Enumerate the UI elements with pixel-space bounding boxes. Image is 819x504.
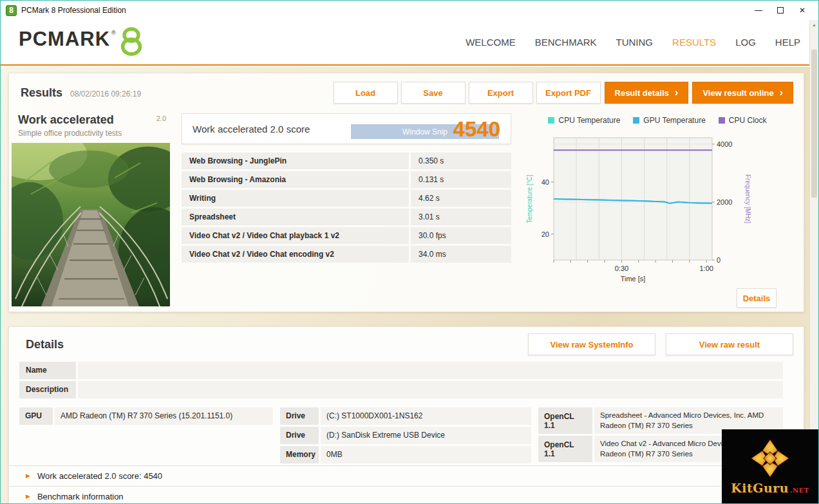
main-nav: WELCOME BENCHMARK TUNING RESULTS LOG HEL… <box>466 37 800 48</box>
test-version: 2.0 <box>156 115 166 122</box>
load-button[interactable]: Load <box>334 82 398 104</box>
app-icon: 8 <box>6 5 17 16</box>
export-button[interactable]: Export <box>469 82 533 104</box>
nav-results[interactable]: RESULTS <box>672 37 716 48</box>
legend-gpu-temperature: GPU Temperature <box>633 116 706 125</box>
drive-c-row: Drive (C:) ST1000DX001-1NS162 <box>280 407 531 425</box>
close-icon[interactable]: ✕ <box>791 2 813 19</box>
results-content: Work accelerated 2.0 Simple office produ… <box>9 109 804 306</box>
chart-legend: CPU Temperature GPU Temperature CPU Cloc… <box>520 116 795 125</box>
results-header: Results 08/02/2016 09:26:19 Load Save Ex… <box>9 73 804 109</box>
nav-benchmark[interactable]: BENCHMARK <box>535 37 597 48</box>
legend-cpu-temperature: CPU Temperature <box>548 116 620 125</box>
chart-details-button[interactable]: Details <box>737 288 777 308</box>
test-card: Work accelerated 2.0 Simple office produ… <box>12 109 170 143</box>
monitoring-chart: 20400200040000:301:00Time [s]Temperature… <box>524 131 795 287</box>
svg-text:Frequency [MHz]: Frequency [MHz] <box>744 174 751 223</box>
app-window: 8 PCMark 8 Professional Edition — ✕ PCMA… <box>0 0 819 504</box>
name-field[interactable] <box>78 362 783 379</box>
metric-row: Writing 4.62 s <box>182 190 511 207</box>
memory-row: Memory 0MB <box>280 446 531 463</box>
results-toolbar: Load Save Export Export PDF Result detai… <box>330 82 793 104</box>
save-button[interactable]: Save <box>401 82 466 104</box>
metric-row: Web Browsing - Amazonia 0.131 s <box>182 171 511 188</box>
results-timestamp: 08/02/2016 09:26:19 <box>70 89 141 98</box>
score-value: 4540 <box>453 118 500 140</box>
maximize-icon[interactable] <box>769 2 791 19</box>
test-summary-column: Work accelerated 2.0 Simple office produ… <box>12 109 170 306</box>
titlebar: 8 PCMark 8 Professional Edition — ✕ <box>1 1 818 20</box>
score-column: Work accelerated 2.0 score Window Snip 4… <box>182 109 511 306</box>
details-panel: Details View raw SystemInfo View raw res… <box>8 326 804 503</box>
cpu-temperature-swatch-icon <box>548 117 554 124</box>
minimize-icon[interactable]: — <box>748 2 769 19</box>
hardware-grid: GPU AMD Radeon (TM) R7 370 Series (15.20… <box>19 407 783 465</box>
expand-arrow-icon: ▶ <box>26 494 30 499</box>
name-row: Name <box>19 362 783 379</box>
description-field[interactable] <box>78 381 783 398</box>
registered-mark: ® <box>111 30 116 36</box>
expand-row-benchmark-info[interactable]: ▶ Benchmark information <box>9 486 804 504</box>
svg-text:20: 20 <box>541 230 549 238</box>
app-header: PCMARK ® WELCOME BENCHMARK TUNING RESULT… <box>1 20 818 66</box>
view-raw-systeminfo-button[interactable]: View raw SystemInfo <box>528 333 655 355</box>
view-raw-result-button[interactable]: View raw result <box>666 333 793 355</box>
drive-d-row: Drive (D:) SanDisk Extreme USB Device <box>280 427 531 444</box>
score-panel: Work accelerated 2.0 score Window Snip 4… <box>182 113 511 144</box>
pcmark-8-logo-icon <box>118 26 144 56</box>
nav-tuning[interactable]: TUNING <box>616 37 654 48</box>
name-label: Name <box>19 362 76 379</box>
nav-welcome[interactable]: WELCOME <box>466 37 516 48</box>
details-title: Details <box>26 338 64 351</box>
cpu-clock-swatch-icon <box>719 117 725 124</box>
svg-text:2000: 2000 <box>717 198 732 206</box>
svg-text:4000: 4000 <box>717 140 732 148</box>
main-area: Results 08/02/2016 09:26:19 Load Save Ex… <box>1 67 818 503</box>
scroll-up-icon[interactable]: ▲ <box>810 20 818 30</box>
export-pdf-button[interactable]: Export PDF <box>536 82 601 104</box>
pcmark-logo-text: PCMARK <box>19 29 110 49</box>
chart-column: CPU Temperature GPU Temperature CPU Cloc… <box>520 109 795 306</box>
results-panel: Results 08/02/2016 09:26:19 Load Save Ex… <box>8 73 804 312</box>
chevron-right-icon: › <box>675 88 678 98</box>
svg-text:Time [s]: Time [s] <box>621 275 646 283</box>
metric-row: Video Chat v2 / Video Chat playback 1 v2… <box>182 227 511 244</box>
svg-text:0: 0 <box>717 256 720 264</box>
gpu-row: GPU AMD Radeon (TM) R7 370 Series (15.20… <box>19 407 273 425</box>
kitguru-watermark: KitGuru.NET <box>722 429 818 503</box>
window-controls: — ✕ <box>748 2 813 19</box>
metric-row: Spreadsheet 3.01 s <box>182 209 511 225</box>
expand-row-score[interactable]: ▶ Work accelerated 2.0 score: 4540 <box>9 465 804 486</box>
gpu-temperature-swatch-icon <box>633 117 639 124</box>
kitguru-wordmark: KitGuru.NET <box>731 481 809 495</box>
svg-text:0:30: 0:30 <box>615 265 628 272</box>
expand-arrow-icon: ▶ <box>26 473 30 479</box>
view-result-online-button[interactable]: View result online › <box>692 82 793 104</box>
scrollbar-thumb[interactable] <box>811 50 817 198</box>
chevron-right-icon: › <box>780 88 783 98</box>
result-details-button[interactable]: Result details › <box>605 82 689 104</box>
metric-row: Video Chat v2 / Video Chat encoding v2 3… <box>182 246 511 263</box>
window-title: PCMark 8 Professional Edition <box>21 6 126 15</box>
svg-text:1:00: 1:00 <box>700 265 713 272</box>
description-label: Description <box>19 381 76 398</box>
test-thumbnail-image <box>12 143 170 306</box>
metrics-table: Web Browsing - JunglePin 0.350 s Web Bro… <box>182 153 511 263</box>
description-row: Description <box>19 381 783 398</box>
score-label: Work accelerated 2.0 score <box>193 124 310 135</box>
metric-row: Web Browsing - JunglePin 0.350 s <box>182 153 511 169</box>
results-title: Results <box>21 86 62 100</box>
test-subtitle: Simple office productivity tests <box>18 129 166 138</box>
svg-text:40: 40 <box>541 178 549 186</box>
expandable-sections: ▶ Work accelerated 2.0 score: 4540 ▶ Ben… <box>9 465 804 504</box>
nav-log[interactable]: LOG <box>735 37 756 48</box>
nav-help[interactable]: HELP <box>775 37 800 48</box>
details-header: Details View raw SystemInfo View raw res… <box>9 327 804 362</box>
test-name: Work accelerated <box>18 113 114 127</box>
legend-cpu-clock: CPU Clock <box>719 116 767 125</box>
pcmark-logo: PCMARK ® <box>19 29 144 56</box>
kitguru-logo-icon <box>740 438 800 480</box>
svg-text:Temperature [°C]: Temperature [°C] <box>526 174 533 223</box>
